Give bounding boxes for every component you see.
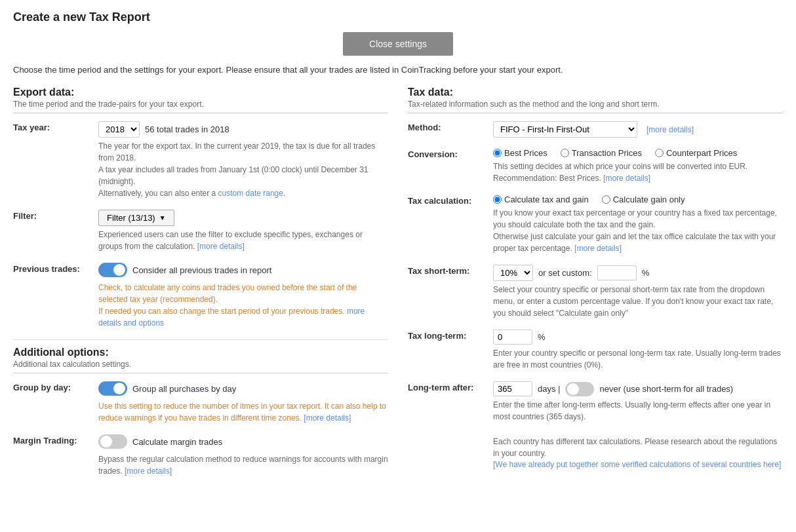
custom-date-range-link[interactable]: custom date range	[218, 189, 283, 198]
export-data-section: Export data: The time period and the tra…	[13, 86, 388, 487]
long-term-after-toggle-thumb	[567, 383, 579, 395]
long-term-after-inputs: days | never (use short-term for all tra…	[493, 381, 783, 396]
export-data-subtitle: The time period and the trade-pairs for …	[13, 100, 388, 113]
tax-short-term-inputs: 10% 15% 20% 25% 30% or set custom: %	[493, 265, 783, 281]
conversion-transaction-prices-option[interactable]: Transaction Prices	[561, 148, 642, 158]
margin-trading-content: Calculate margin trades Bypass the regul…	[98, 434, 388, 477]
margin-trading-toggle-track[interactable]	[98, 434, 127, 449]
tax-calculation-radio-row: Calculate tax and gain Calculate gain on…	[493, 195, 783, 204]
margin-trading-more-link[interactable]: [more	[125, 466, 145, 476]
conversion-more-details-link[interactable]: [more details]	[603, 174, 650, 183]
filter-more-details-link[interactable]: [more details]	[197, 242, 245, 251]
tax-year-label: Tax year:	[13, 121, 98, 132]
method-select[interactable]: FIFO - First-In First-Out LIFO - Last-In…	[493, 121, 637, 138]
margin-trading-toggle-label: Calculate margin trades	[132, 437, 222, 447]
conversion-counterpart-prices-radio[interactable]	[655, 149, 664, 157]
filter-desc: Experienced users can use the filter to …	[98, 229, 388, 252]
tax-calculation-label: Tax calculation:	[408, 195, 493, 206]
tax-year-row: Tax year: 2018 2019 2017 56 total trades…	[13, 121, 388, 199]
long-term-after-toggle[interactable]	[565, 382, 594, 396]
tax-calculation-more-details-link[interactable]: [more details]	[574, 244, 622, 253]
previous-trades-content: Consider all previous trades in report C…	[98, 263, 388, 329]
export-data-title: Export data:	[13, 86, 388, 98]
country-calculations-link[interactable]: [We have already put together some verif…	[493, 460, 781, 469]
long-term-after-label: Long-term after:	[408, 381, 493, 392]
tax-data-section: Tax data: Tax-related information such a…	[408, 86, 783, 487]
tax-short-term-label: Tax short-term:	[408, 265, 493, 276]
tax-calculation-content: Calculate tax and gain Calculate gain on…	[493, 195, 783, 254]
conversion-content: Best Prices Transaction Prices Counterpa…	[493, 148, 783, 184]
custom-label: or set custom:	[538, 268, 592, 278]
margin-trading-toggle[interactable]: Calculate margin trades	[98, 434, 222, 449]
conversion-desc: This setting decides at which price your…	[493, 161, 783, 184]
calc-gain-only-radio[interactable]	[602, 195, 610, 204]
group-by-day-label: Group by day:	[13, 381, 98, 392]
filter-content: Filter (13/13) ▼ Experienced users can u…	[98, 210, 388, 252]
conversion-best-prices-radio[interactable]	[493, 149, 502, 157]
tax-short-term-desc: Select your country specific or personal…	[493, 284, 783, 319]
margin-trading-row: Margin Trading: Calculate margin trades …	[13, 434, 388, 477]
chevron-down-icon: ▼	[159, 214, 166, 221]
tax-long-term-row: Tax long-term: % Enter your country spec…	[408, 330, 783, 371]
filter-button-label: Filter (13/13)	[107, 213, 155, 223]
tax-data-subtitle: Tax-related information such as the meth…	[408, 100, 783, 113]
long-term-after-toggle-track[interactable]	[565, 382, 594, 396]
tax-long-term-inputs: %	[493, 330, 783, 345]
page-title: Create a new Tax Report	[13, 10, 783, 24]
previous-trades-toggle-label: Consider all previous trades in report	[132, 265, 271, 275]
conversion-transaction-prices-radio[interactable]	[561, 149, 569, 157]
conversion-counterpart-prices-label: Counterpart Prices	[666, 148, 737, 158]
long-term-after-days-input[interactable]	[493, 381, 532, 396]
conversion-best-prices-option[interactable]: Best Prices	[493, 148, 547, 158]
calc-gain-only-option[interactable]: Calculate gain only	[602, 195, 685, 204]
additional-options-subtitle: Additional tax calculation settings.	[13, 360, 388, 373]
group-by-day-toggle-track[interactable]	[98, 381, 127, 396]
conversion-label: Conversion:	[408, 148, 493, 159]
conversion-counterpart-prices-option[interactable]: Counterpart Prices	[655, 148, 737, 158]
group-by-day-toggle-label: Group all purchases by day	[132, 384, 236, 394]
margin-trading-desc: Bypass the regular calculation method to…	[98, 453, 388, 477]
tax-long-term-content: % Enter your country specific or persona…	[493, 330, 783, 371]
previous-trades-toggle[interactable]: Consider all previous trades in report	[98, 263, 271, 277]
tax-long-term-desc: Enter your country specific or personal …	[493, 347, 783, 371]
tax-year-desc: The year for the export tax. In the curr…	[98, 140, 388, 199]
group-by-day-toggle-thumb	[113, 383, 125, 394]
filter-button[interactable]: Filter (13/13) ▼	[98, 210, 174, 226]
close-settings-button[interactable]: Close settings	[343, 32, 453, 56]
method-more-details-link[interactable]: [more details]	[647, 125, 694, 134]
previous-trades-toggle-track[interactable]	[98, 263, 127, 277]
calc-gain-only-label: Calculate gain only	[613, 195, 685, 204]
tax-calculation-desc: If you know your exact tax percentage or…	[493, 207, 783, 254]
method-row: Method: FIFO - First-In First-Out LIFO -…	[408, 121, 783, 138]
tax-short-term-select[interactable]: 10% 15% 20% 25% 30%	[493, 265, 533, 281]
country-note-spacer	[408, 433, 493, 434]
long-term-after-days-label: days |	[538, 384, 560, 394]
intro-text: Choose the time period and the settings …	[13, 65, 783, 75]
method-label: Method:	[408, 121, 493, 132]
tax-long-term-label: Tax long-term:	[408, 330, 493, 341]
group-by-day-more-link[interactable]: [more details]	[304, 413, 351, 423]
group-by-day-content: Group all purchases by day Use this sett…	[98, 381, 388, 424]
group-by-day-toggle[interactable]: Group all purchases by day	[98, 381, 236, 396]
tax-short-term-content: 10% 15% 20% 25% 30% or set custom: % Sel…	[493, 265, 783, 319]
calc-tax-and-gain-label: Calculate tax and gain	[504, 195, 589, 204]
additional-options-title: Additional options:	[13, 347, 388, 358]
country-note-desc: Each country has different tax calculati…	[493, 436, 783, 459]
tax-long-term-input[interactable]	[493, 330, 532, 345]
country-note-content: Each country has different tax calculati…	[493, 433, 783, 469]
tax-short-term-custom-input[interactable]	[597, 265, 637, 280]
tax-long-term-percent: %	[538, 332, 546, 342]
tax-year-select[interactable]: 2018 2019 2017	[98, 121, 140, 138]
conversion-best-prices-label: Best Prices	[504, 148, 547, 158]
margin-trading-details-link[interactable]: details]	[147, 466, 172, 476]
long-term-after-row: Long-term after: days | never (use short…	[408, 381, 783, 423]
tax-short-term-percent: %	[642, 268, 650, 278]
long-term-after-desc: Enter the time after long-term effects. …	[493, 399, 783, 423]
tax-calculation-row: Tax calculation: Calculate tax and gain …	[408, 195, 783, 254]
previous-trades-desc: Check, to calculate any coins and trades…	[98, 282, 388, 329]
calc-tax-and-gain-option[interactable]: Calculate tax and gain	[493, 195, 589, 204]
group-by-day-desc: Use this setting to reduce the number of…	[98, 400, 388, 424]
tax-short-term-row: Tax short-term: 10% 15% 20% 25% 30% or s…	[408, 265, 783, 319]
calc-tax-and-gain-radio[interactable]	[493, 195, 502, 204]
filter-row: Filter: Filter (13/13) ▼ Experienced use…	[13, 210, 388, 252]
